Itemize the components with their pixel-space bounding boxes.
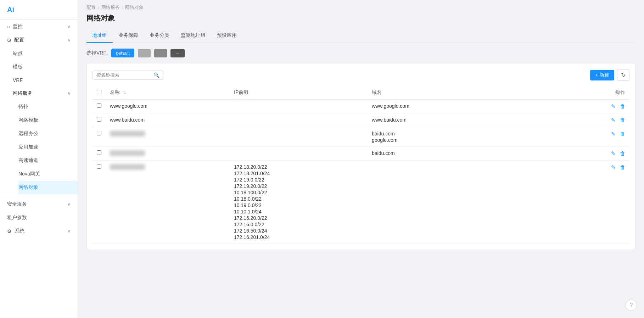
sidebar-item-label: 拓扑 <box>18 104 28 110</box>
col-header-name: 名称 ⇅ <box>106 86 230 100</box>
sidebar-item-tenant-params[interactable]: 租户参数 <box>0 211 78 224</box>
sidebar-item-network-service[interactable]: 网络服务 ∧ <box>13 87 78 100</box>
row-checkbox[interactable] <box>97 131 101 135</box>
monitor-icon: ○ <box>7 24 10 29</box>
breadcrumb-current: 网络对象 <box>125 4 144 11</box>
sidebar-item-remote-office[interactable]: 远程办公 <box>18 127 78 140</box>
breadcrumb-config[interactable]: 配置 <box>86 4 96 11</box>
table-row: www.google.comwww.google.com✎🗑 <box>93 100 629 113</box>
table-container: 🔍 + 新建 ↻ 名称 ⇅ <box>86 63 635 250</box>
delete-icon[interactable]: 🗑 <box>620 164 625 171</box>
sidebar-item-label: 高速通道 <box>18 157 38 164</box>
chevron-down-icon: ∨ <box>67 202 71 207</box>
cell-ip <box>230 113 368 127</box>
row-checkbox[interactable] <box>97 150 101 155</box>
edit-icon[interactable]: ✎ <box>611 131 616 137</box>
delete-icon[interactable]: 🗑 <box>620 150 625 157</box>
sidebar-item-app-accel[interactable]: 应用加速 <box>18 140 78 154</box>
table-body: www.google.comwww.google.com✎🗑www.baidu.… <box>93 100 629 244</box>
cell-name: www.google.com <box>106 100 230 113</box>
delete-icon[interactable]: 🗑 <box>620 103 625 110</box>
row-checkbox[interactable] <box>97 103 101 108</box>
edit-icon[interactable]: ✎ <box>611 150 616 157</box>
new-button[interactable]: + 新建 <box>590 70 614 80</box>
app-logo: Ai <box>0 0 78 20</box>
vrf-option-3[interactable]: ··· <box>170 49 185 57</box>
row-checkbox[interactable] <box>97 117 101 122</box>
sidebar-item-label: 安全服务 <box>7 201 27 207</box>
sidebar-item-site[interactable]: 站点 <box>13 47 78 60</box>
vrf-default-btn[interactable]: default <box>111 49 134 57</box>
sidebar-item-config[interactable]: ⊙ 配置 ∧ <box>0 33 78 47</box>
divider <box>0 196 78 196</box>
cell-domain: baidu.comgoogle.com <box>368 127 574 147</box>
tab-preset-app[interactable]: 预设应用 <box>211 29 242 43</box>
table-toolbar: 🔍 + 新建 ↻ <box>93 69 629 81</box>
sidebar-item-label: 模板 <box>13 64 23 70</box>
toolbar-right: + 新建 ↻ <box>590 69 629 81</box>
tab-monitor-address-group[interactable]: 监测地址组 <box>175 29 211 43</box>
sidebar-item-network-object[interactable]: 网络对象 <box>18 181 78 194</box>
sidebar-item-label: 配置 <box>14 37 24 43</box>
sidebar-item-topology[interactable]: 拓扑 <box>18 100 78 113</box>
breadcrumb: 配置 / 网络服务 / 网络对象 <box>78 0 644 11</box>
table-row: ██████████baidu.comgoogle.com✎🗑 <box>93 127 629 147</box>
sidebar-item-security-service[interactable]: 安全服务 ∨ <box>0 197 78 211</box>
tab-service-assurance[interactable]: 业务保障 <box>113 29 144 43</box>
select-all-checkbox[interactable] <box>97 90 101 94</box>
breadcrumb-sep-2: / <box>122 5 123 10</box>
tab-address-group[interactable]: 地址组 <box>86 29 113 43</box>
sidebar-item-nova-gateway[interactable]: Nova网关 <box>18 167 78 181</box>
col-action-label: 操作 <box>615 89 625 95</box>
cell-name: www.baidu.com <box>106 113 230 127</box>
sidebar: Ai ○ 监控 ∨ ⊙ 配置 ∧ 站点 模板 VRF 网络服务 ∧ 拓扑 网络模… <box>0 0 78 318</box>
search-box[interactable]: 🔍 <box>93 71 163 80</box>
cell-action: ✎🗑 <box>574 161 629 244</box>
table-row: www.baidu.comwww.baidu.com✎🗑 <box>93 113 629 127</box>
row-checkbox[interactable] <box>97 164 101 169</box>
sort-icon-name[interactable]: ⇅ <box>123 90 126 95</box>
edit-icon[interactable]: ✎ <box>611 103 616 110</box>
search-input[interactable] <box>96 72 151 78</box>
sidebar-item-network-template[interactable]: 网络模板 <box>18 113 78 127</box>
sidebar-item-vrf[interactable]: VRF <box>13 74 78 87</box>
vrf-option-3-dots: ··· <box>176 51 179 55</box>
edit-icon[interactable]: ✎ <box>611 164 616 171</box>
breadcrumb-network-service[interactable]: 网络服务 <box>101 4 120 11</box>
table-header-row: 名称 ⇅ IP前缀 域名 操作 <box>93 86 629 100</box>
sidebar-item-label: 监控 <box>13 23 23 30</box>
delete-icon[interactable]: 🗑 <box>620 117 625 123</box>
edit-icon[interactable]: ✎ <box>611 117 616 123</box>
sidebar-item-template[interactable]: 模板 <box>13 60 78 74</box>
cell-ip <box>230 100 368 113</box>
system-icon: ⚙ <box>7 228 12 234</box>
vrf-option-1[interactable] <box>138 49 151 57</box>
cell-action: ✎🗑 <box>574 127 629 147</box>
breadcrumb-sep-1: / <box>98 5 99 10</box>
tab-service-category[interactable]: 业务分类 <box>144 29 175 43</box>
table-row: ██████████baidu.com✎🗑 <box>93 147 629 161</box>
vrf-option-2[interactable] <box>154 49 167 57</box>
sidebar-item-label: 应用加速 <box>18 144 38 150</box>
cell-name: ██████████ <box>106 147 230 161</box>
sidebar-item-monitor[interactable]: ○ 监控 ∨ <box>0 20 78 33</box>
col-header-action: 操作 <box>574 86 629 100</box>
main-content: 配置 / 网络服务 / 网络对象 网络对象 地址组 业务保障 业务分类 监测地址… <box>78 0 644 318</box>
cell-name: ██████████ <box>106 127 230 147</box>
cell-action: ✎🗑 <box>574 147 629 161</box>
cell-action: ✎🗑 <box>574 113 629 127</box>
sidebar-item-label: Nova网关 <box>18 171 40 177</box>
sidebar-item-system[interactable]: ⚙ 系统 ∨ <box>0 224 78 238</box>
cell-domain: www.google.com <box>368 100 574 113</box>
refresh-button[interactable]: ↻ <box>617 69 629 81</box>
sidebar-item-fast-tunnel[interactable]: 高速通道 <box>18 154 78 167</box>
sidebar-item-label: 站点 <box>13 50 23 57</box>
delete-icon[interactable]: 🗑 <box>620 131 625 137</box>
cell-action: ✎🗑 <box>574 100 629 113</box>
sidebar-item-label: VRF <box>13 77 23 83</box>
cell-name: ██████████ <box>106 161 230 244</box>
col-ip-label: IP前缀 <box>234 89 248 95</box>
chevron-down-icon: ∨ <box>67 24 71 29</box>
help-button[interactable]: ? <box>626 300 637 311</box>
chevron-down-icon: ∨ <box>67 229 71 234</box>
